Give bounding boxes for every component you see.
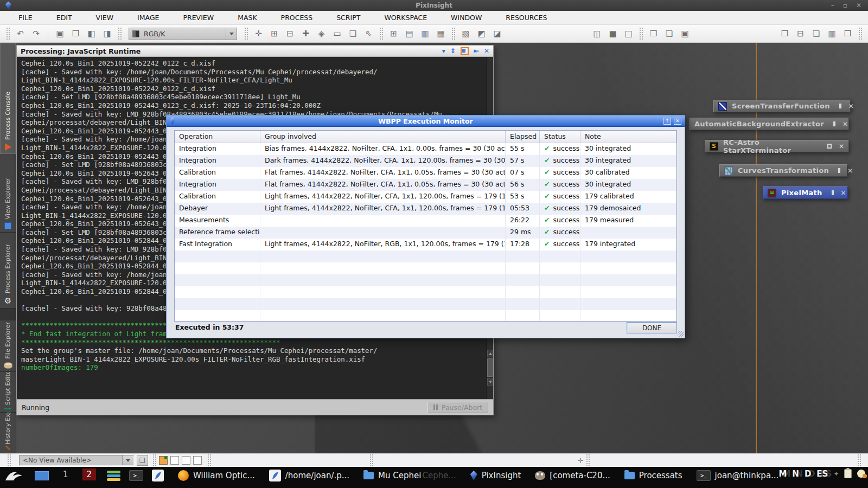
pan-icon[interactable]: ◈ — [314, 29, 329, 38]
column-header-group-involved[interactable]: Group involved — [260, 131, 506, 143]
close-window-icon[interactable]: ✕ — [839, 143, 844, 150]
column-header-elapsed[interactable]: Elapsed — [506, 131, 540, 143]
toolbar-drag-handle[interactable] — [639, 27, 643, 40]
dropdown-arrow-icon[interactable] — [122, 455, 133, 465]
process-window-automaticbackgroundextractor[interactable]: AutomaticBackgroundExtractor✕ — [690, 118, 849, 130]
table-row[interactable]: CalibrationLight frames, 4144x2822, NoFi… — [175, 191, 676, 203]
task-pixinsight[interactable]: PixInsight — [470, 468, 521, 483]
table-row[interactable]: IntegrationBias frames, 4144x2822, NoFil… — [175, 143, 676, 155]
menu-preview[interactable]: PREVIEW — [171, 14, 226, 22]
window-manager-logo-icon[interactable] — [4, 468, 23, 483]
process-icon-2[interactable]: ◩ — [474, 29, 489, 38]
files-launcher-icon[interactable] — [107, 468, 120, 483]
resize-grip[interactable] — [678, 331, 684, 337]
drag-handle[interactable] — [369, 454, 373, 467]
console-resize-icon[interactable]: ⇕ — [450, 47, 456, 55]
toolbar-drag-handle[interactable] — [6, 27, 10, 40]
fit-view-icon[interactable]: ✛ — [251, 29, 266, 38]
window-cascade-icon[interactable]: ❏ — [661, 29, 677, 38]
menu-process[interactable]: PROCESS — [269, 14, 325, 22]
image-stat-icon[interactable]: ▦ — [433, 29, 449, 38]
pixinsight-launcher-icon[interactable] — [152, 468, 164, 483]
menu-window[interactable]: WINDOW — [439, 14, 494, 22]
drag-handle[interactable] — [152, 454, 156, 467]
notification-icon[interactable] — [857, 470, 865, 478]
task-processats[interactable]: Processats — [624, 468, 682, 483]
tray-icon-n[interactable]: N — [792, 469, 799, 479]
close-window-icon[interactable]: ✕ — [847, 168, 853, 174]
restore-window-icon[interactable] — [833, 121, 835, 126]
view-selector-dropdown[interactable]: <No View Available> — [19, 455, 134, 466]
console-dock-icon[interactable]: ⇤ — [474, 47, 479, 55]
menu-mask[interactable]: MASK — [226, 14, 269, 22]
done-button[interactable]: DONE — [627, 322, 677, 333]
close-window-icon[interactable]: ✕ — [843, 121, 848, 127]
sidebar-tab-history-explorer[interactable]: History Explorer — [0, 413, 16, 453]
redo-icon[interactable]: ↷ — [28, 29, 44, 38]
dropdown-arrow-icon[interactable] — [226, 28, 237, 40]
task-joan-thinkpa-[interactable]: >_joan@thinkpa... — [697, 468, 779, 483]
console-collapse-icon[interactable]: ▾ — [442, 47, 445, 55]
restore-window-icon[interactable] — [827, 144, 832, 149]
select-pointer-icon[interactable]: ⇖ — [361, 29, 376, 38]
zoom-out-icon[interactable]: ⊟ — [282, 29, 298, 38]
process-window-curvestransformation[interactable]: CurvesTransformation✕ — [719, 164, 847, 177]
screenshot-icon[interactable]: ❐ — [68, 29, 84, 38]
process-icon-3[interactable]: ◪ — [489, 29, 505, 38]
close-window-icon[interactable]: ✕ — [848, 103, 854, 110]
dialog-titlebar[interactable]: WBPP Execution Monitor ↑ ✕ — [167, 115, 685, 127]
new-preview-icon[interactable]: ▭ — [329, 29, 345, 38]
process-window-rc-astro-starxterminator[interactable]: SRC-Astro StarXTerminator✕ — [705, 140, 849, 152]
tray-icon-m[interactable]: M — [778, 469, 787, 479]
menu-script[interactable]: SCRIPT — [324, 14, 372, 22]
restore-window-icon[interactable] — [838, 168, 840, 173]
screen-icon-3[interactable]: ❏ — [808, 29, 824, 38]
table-row[interactable]: Measurements26:22✔success179 measured — [175, 215, 676, 227]
restore-window-icon[interactable] — [832, 190, 834, 195]
window-tile-icon[interactable]: ❐ — [646, 29, 661, 38]
close-icon[interactable]: ✕ — [856, 1, 861, 10]
menu-edit[interactable]: EDIT — [44, 14, 84, 22]
menu-workspace[interactable]: WORKSPACE — [372, 14, 439, 22]
window-fit-icon[interactable]: ▣ — [677, 29, 693, 38]
sidebar-tab-view-explorer[interactable]: View Explorer — [0, 154, 16, 233]
image-save-icon[interactable]: ▥ — [417, 29, 433, 38]
console-shade-icon[interactable] — [461, 47, 469, 55]
table-row[interactable]: Fast IntegrationLight frames, 4144x2822,… — [175, 239, 676, 251]
pause-abort-button[interactable]: Pause/Abort — [427, 402, 488, 413]
workspace-swatch[interactable] — [170, 456, 179, 465]
undo-icon[interactable]: ↶ — [12, 29, 28, 38]
maximize-icon[interactable]: ▫ — [843, 1, 847, 10]
dialog-close-icon[interactable]: ✕ — [674, 118, 681, 125]
toolbar-drag-handle[interactable] — [118, 27, 122, 40]
workspace-swatch[interactable] — [193, 456, 202, 465]
clipboard-icon[interactable] — [844, 469, 852, 478]
toolbar-drag-handle[interactable] — [451, 27, 455, 40]
screen-icon-4[interactable]: ▥ — [824, 29, 840, 38]
image-info-icon[interactable]: ▤ — [401, 29, 417, 38]
task-mu-cephei[interactable]: Mu CepheiCephe... — [363, 468, 456, 483]
menu-image[interactable]: IMAGE — [125, 14, 171, 22]
terminal-launcher-icon[interactable]: >_ — [129, 468, 143, 483]
console-titlebar[interactable]: Processing: JavaScript Runtime ▾ ⇕ ⇤ ✕ — [17, 46, 493, 57]
workspace-swatch-active[interactable] — [159, 456, 168, 465]
column-header-status[interactable]: Status — [540, 131, 580, 143]
show-desktop-icon[interactable] — [35, 468, 49, 483]
mask-icon-1[interactable]: ◫ — [589, 29, 605, 38]
zoom-in-icon[interactable]: ⊞ — [266, 29, 282, 38]
minimize-icon[interactable]: – — [831, 1, 834, 10]
console-close-icon[interactable]: ✕ — [484, 47, 489, 55]
clone-left-icon[interactable]: ◧ — [84, 29, 99, 38]
workspace-1[interactable]: 1 — [59, 468, 73, 480]
task--home-joan-p-[interactable]: /home/joan/.p... — [269, 468, 349, 483]
edit-preview-icon[interactable]: ❏ — [345, 29, 361, 38]
column-header-note[interactable]: Note — [580, 131, 676, 143]
zoom-11-icon[interactable]: ✚ — [298, 29, 314, 38]
sidebar-tab-file-explorer[interactable]: File Explorer — [0, 320, 16, 372]
toolbar-drag-handle[interactable] — [858, 27, 862, 40]
scrollbar-thumb[interactable] — [487, 358, 493, 377]
task--cometa-c20-[interactable]: [cometa-C20... — [535, 468, 610, 483]
toolbar-drag-handle[interactable] — [244, 27, 248, 40]
table-row[interactable]: DebayerLight frames, 4144x2822, NoFilter… — [175, 203, 676, 215]
tray-misc-icon[interactable]: ✦ — [833, 470, 839, 478]
